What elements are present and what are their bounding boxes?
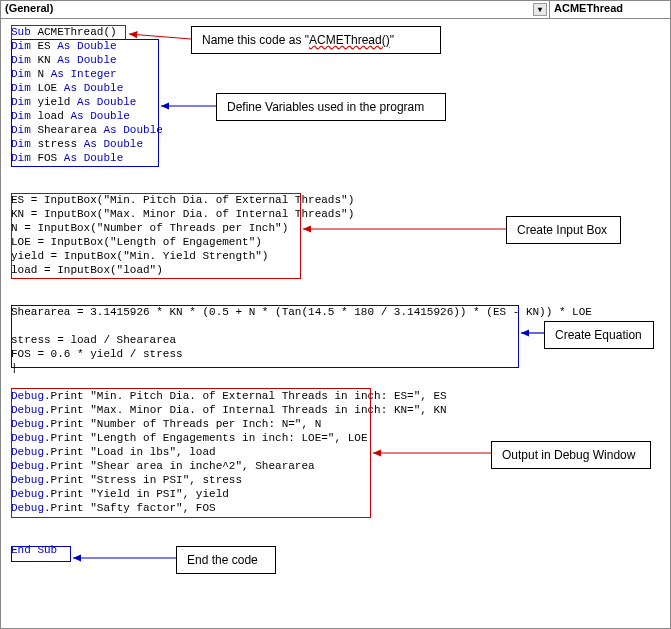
procedure-dropdown-value: ACMEThread [554, 2, 623, 14]
code-line: Sheararea = 3.1415926 * KN * (0.5 + N * … [11, 305, 660, 319]
blank-line [11, 277, 660, 291]
code-line: KN = InputBox("Max. Minor Dia. of Intern… [11, 207, 660, 221]
code-line: Debug.Print "Yield in PSI", yield [11, 487, 660, 501]
code-line: Dim stress As Double [11, 137, 660, 151]
code-line: Debug.Print "Safty factor", FOS [11, 501, 660, 515]
code-line: LOE = InputBox("Length of Engagement") [11, 235, 660, 249]
procedure-dropdown[interactable]: ACMEThread [550, 1, 670, 18]
code-line: Debug.Print "Length of Engagements in in… [11, 431, 660, 445]
blank-line [11, 179, 660, 193]
blank-line [11, 529, 660, 543]
blank-line [11, 375, 660, 389]
object-dropdown-value: (General) [5, 2, 53, 14]
code-line: load = InputBox("load") [11, 263, 660, 277]
code-line: ES = InputBox("Min. Pitch Dia. of Extern… [11, 193, 660, 207]
code-line: End Sub [11, 543, 660, 557]
code-line: | [11, 361, 660, 375]
topbar: (General) ▾ ACMEThread [1, 1, 670, 19]
code-line: Debug.Print "Min. Pitch Dia. of External… [11, 389, 660, 403]
code-line: Debug.Print "Stress in PSI", stress [11, 473, 660, 487]
chevron-down-icon[interactable]: ▾ [533, 3, 547, 16]
object-dropdown[interactable]: (General) ▾ [1, 1, 550, 18]
code-line: yield = InputBox("Min. Yield Strength") [11, 249, 660, 263]
code-line: Dim Sheararea As Double [11, 123, 660, 137]
blank-line [11, 165, 660, 179]
code-line: Debug.Print "Shear area in inche^2", She… [11, 459, 660, 473]
code-line: Dim FOS As Double [11, 151, 660, 165]
code-line: Dim load As Double [11, 109, 660, 123]
code-line: Debug.Print "Number of Threads per Inch:… [11, 417, 660, 431]
blank-line [11, 515, 660, 529]
code-line: Dim N As Integer [11, 67, 660, 81]
blank-line [11, 291, 660, 305]
code-line: Debug.Print "Load in lbs", load [11, 445, 660, 459]
code-line: Dim KN As Double [11, 53, 660, 67]
code-line: Dim ES As Double [11, 39, 660, 53]
code-line: Debug.Print "Max. Minor Dia. of Internal… [11, 403, 660, 417]
code-area[interactable]: Sub ACMEThread() Dim ES As Double Dim KN… [1, 19, 670, 628]
code-line: FOS = 0.6 * yield / stress [11, 347, 660, 361]
blank-line [11, 319, 660, 333]
code-line: Dim yield As Double [11, 95, 660, 109]
code-line: Sub ACMEThread() [11, 25, 660, 39]
code-line: stress = load / Sheararea [11, 333, 660, 347]
code-line: Dim LOE As Double [11, 81, 660, 95]
code-line: N = InputBox("Number of Threads per Inch… [11, 221, 660, 235]
